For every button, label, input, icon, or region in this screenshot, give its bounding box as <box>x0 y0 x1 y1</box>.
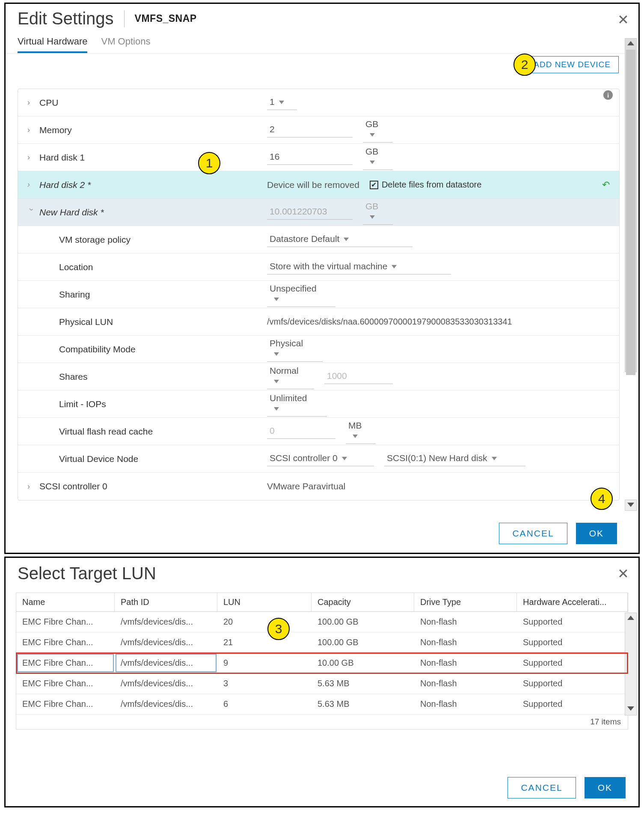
col-hw[interactable]: Hardware Accelerati... <box>517 593 628 611</box>
info-icon[interactable]: i <box>603 90 613 100</box>
label-iops: Limit - IOPs <box>59 399 106 409</box>
cell-path: /vmfs/devices/dis... <box>115 653 217 673</box>
row-scsi-controller[interactable]: ›SCSI controller 0 VMware Paravirtual <box>18 473 619 500</box>
cell-cap: 5.63 MB <box>312 673 414 694</box>
label-newhd: New Hard disk * <box>39 207 104 217</box>
label-policy: VM storage policy <box>59 235 131 245</box>
edit-settings-dialog: Edit Settings VMFS_SNAP ✕ Virtual Hardwa… <box>4 3 640 554</box>
scsi-value: VMware Paravirtual <box>267 481 345 491</box>
cell-drive: Non-flash <box>414 694 517 714</box>
cell-drive: Non-flash <box>414 632 517 652</box>
flash-value-input[interactable]: 0 <box>267 424 335 439</box>
chevron-right-icon: › <box>27 98 35 107</box>
cell-hw: Supported <box>517 694 628 714</box>
row-physical-lun: Physical LUN /vmfs/devices/disks/naa.600… <box>18 308 619 336</box>
table-row[interactable]: EMC Fibre Chan.../vmfs/devices/dis...35.… <box>16 673 628 694</box>
select-target-lun-dialog: Select Target LUN ✕ 3 Name Path ID LUN C… <box>4 557 640 807</box>
label-scsi: SCSI controller 0 <box>39 481 107 491</box>
scroll-up-icon[interactable] <box>627 616 634 620</box>
memory-value-input[interactable]: 2 <box>267 122 353 137</box>
newhd-unit-select[interactable]: GB <box>363 200 393 225</box>
newhd-size-input[interactable]: 10.001220703 <box>267 205 353 220</box>
add-new-device-button[interactable]: ADD NEW DEVICE <box>525 56 619 73</box>
shares-level-select[interactable]: Normal <box>267 364 314 389</box>
iops-select[interactable]: Unlimited <box>267 391 327 417</box>
cpu-count-select[interactable]: 1 <box>267 95 297 110</box>
close-icon[interactable]: ✕ <box>617 566 629 582</box>
sharing-select[interactable]: Unspecified <box>267 282 335 307</box>
lun-table: Name Path ID LUN Capacity Drive Type Har… <box>16 593 628 730</box>
table-row[interactable]: EMC Fibre Chan.../vmfs/devices/dis...910… <box>16 653 628 673</box>
cell-drive: Non-flash <box>414 612 517 632</box>
undo-icon[interactable]: ↶ <box>602 179 610 191</box>
cell-path: /vmfs/devices/dis... <box>115 632 217 652</box>
label-shares: Shares <box>59 372 88 382</box>
flash-unit-select[interactable]: MB <box>346 419 376 444</box>
scroll-up-icon[interactable] <box>627 41 634 45</box>
hd1-unit-select[interactable]: GB <box>363 145 393 170</box>
col-name[interactable]: Name <box>16 593 115 611</box>
scroll-down-icon[interactable] <box>627 706 634 711</box>
hardware-panel: ADD NEW DEVICE i 1 2 ›CPU 1 ›Memory 2 GB… <box>6 54 638 505</box>
table-row[interactable]: EMC Fibre Chan.../vmfs/devices/dis...211… <box>16 632 628 653</box>
checkbox-checked-icon[interactable]: ✔ <box>370 181 378 189</box>
title-separator <box>124 10 125 27</box>
dialog-footer: CANCEL OK <box>507 777 626 798</box>
col-drive[interactable]: Drive Type <box>414 593 517 611</box>
delete-files-checkbox[interactable]: ✔ Delete files from datastore <box>370 180 481 190</box>
close-icon[interactable]: ✕ <box>617 12 629 28</box>
label-sharing: Sharing <box>59 289 90 300</box>
node-slot-select[interactable]: SCSI(0:1) New Hard disk <box>384 451 525 466</box>
compat-select[interactable]: Physical <box>267 337 323 362</box>
node-controller-select[interactable]: SCSI controller 0 <box>267 451 374 466</box>
table-row[interactable]: EMC Fibre Chan.../vmfs/devices/dis...65.… <box>16 694 628 715</box>
chevron-right-icon: › <box>27 153 35 162</box>
location-select[interactable]: Store with the virtual machine <box>267 259 451 274</box>
row-new-hard-disk[interactable]: ›New Hard disk * 10.001220703 GB <box>18 199 619 226</box>
memory-unit-select[interactable]: GB <box>363 117 393 143</box>
storage-policy-select[interactable]: Datastore Default <box>267 232 413 247</box>
removed-text: Device will be removed <box>267 180 359 190</box>
cell-cap: 100.00 GB <box>312 632 414 652</box>
label-cpu: CPU <box>39 98 58 108</box>
chevron-right-icon: › <box>27 482 35 491</box>
cell-hw: Supported <box>517 673 628 694</box>
dialog-titlebar: Select Target LUN <box>6 558 638 587</box>
col-lun[interactable]: LUN <box>217 593 312 611</box>
row-location: Location Store with the virtual machine <box>18 253 619 281</box>
row-storage-policy: VM storage policy Datastore Default <box>18 226 619 253</box>
row-hard-disk-1[interactable]: ›Hard disk 1 16 GB <box>18 144 619 171</box>
col-path[interactable]: Path ID <box>115 593 217 611</box>
cancel-button[interactable]: CANCEL <box>507 777 576 798</box>
label-hd1: Hard disk 1 <box>39 152 85 163</box>
row-hard-disk-2-removed[interactable]: ›Hard disk 2 * Device will be removed ✔ … <box>18 171 619 199</box>
dialog-footer: CANCEL OK <box>499 523 617 544</box>
table-row[interactable]: EMC Fibre Chan.../vmfs/devices/dis...201… <box>16 612 628 632</box>
row-memory[interactable]: ›Memory 2 GB <box>18 116 619 144</box>
label-hd2: Hard disk 2 * <box>39 180 91 190</box>
ok-button[interactable]: OK <box>576 523 617 544</box>
row-compat-mode: Compatibility Mode Physical <box>18 336 619 363</box>
row-iops: Limit - IOPs Unlimited <box>18 390 619 418</box>
cell-lun: 21 <box>217 632 312 652</box>
label-node: Virtual Device Node <box>59 454 138 464</box>
dialog-title: Select Target LUN <box>18 564 156 583</box>
row-shares: Shares Normal 1000 <box>18 363 619 390</box>
label-memory: Memory <box>39 125 72 135</box>
ok-button[interactable]: OK <box>585 777 626 798</box>
tab-virtual-hardware[interactable]: Virtual Hardware <box>18 36 87 53</box>
shares-value-input[interactable]: 1000 <box>324 369 393 384</box>
cell-cap: 100.00 GB <box>312 612 414 632</box>
cell-name: EMC Fibre Chan... <box>16 694 115 714</box>
hd1-size-input[interactable]: 16 <box>267 150 353 165</box>
row-cpu[interactable]: ›CPU 1 <box>18 89 619 116</box>
tab-bar: Virtual Hardware VM Options <box>6 28 638 54</box>
cell-name: EMC Fibre Chan... <box>16 653 115 673</box>
cancel-button[interactable]: CANCEL <box>499 523 567 544</box>
col-cap[interactable]: Capacity <box>312 593 414 611</box>
tab-vm-options[interactable]: VM Options <box>101 36 150 53</box>
dialog-subtitle: VMFS_SNAP <box>135 13 197 24</box>
hardware-table: ›CPU 1 ›Memory 2 GB ›Hard disk 1 16 GB <box>18 89 620 500</box>
table-header: Name Path ID LUN Capacity Drive Type Har… <box>16 593 628 612</box>
chevron-down-icon: › <box>27 208 36 216</box>
